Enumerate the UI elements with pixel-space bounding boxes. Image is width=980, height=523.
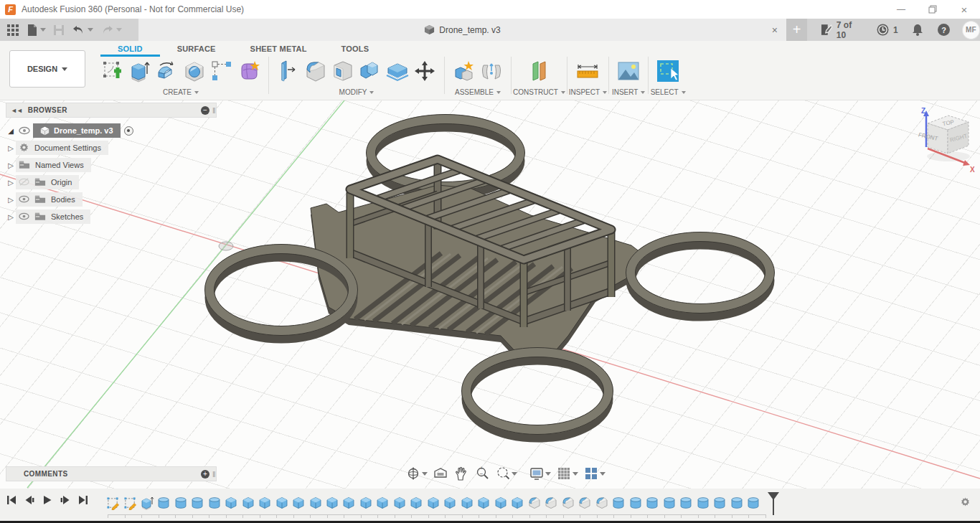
unsaved-documents-indicator[interactable]: 7 of 10: [820, 20, 863, 40]
zoom-window-button[interactable]: [494, 464, 519, 483]
comments-panel-header[interactable]: COMMENTS + ‖: [6, 466, 217, 481]
undo-button[interactable]: [70, 23, 95, 37]
timeline-feature-cylinder[interactable]: [695, 493, 710, 510]
timeline-feature-box[interactable]: [308, 493, 323, 510]
row-expander-icon[interactable]: ▷: [6, 179, 16, 187]
timeline-feature-cylinder[interactable]: [189, 493, 204, 510]
timeline-go-to-start-button[interactable]: [6, 494, 17, 506]
create-group-label[interactable]: CREATE: [163, 88, 199, 96]
assemble-group-label[interactable]: ASSEMBLE: [455, 88, 501, 96]
ribbon-tab-surface[interactable]: SURFACE: [160, 42, 233, 57]
comments-grip-handle[interactable]: ‖: [212, 470, 216, 479]
browser-row-named-views[interactable]: ▷ Named Views: [6, 156, 207, 174]
notifications-button[interactable]: [911, 23, 924, 37]
browser-grip-handle[interactable]: ‖: [212, 106, 216, 115]
fillet-button[interactable]: [303, 57, 328, 85]
timeline-feature-box[interactable]: [476, 493, 491, 510]
row-expander-icon[interactable]: ▷: [6, 196, 16, 204]
browser-row-bodies[interactable]: ▷ Bodies: [6, 191, 207, 208]
timeline-feature-cylinder[interactable]: [156, 493, 171, 510]
new-component-button[interactable]: [452, 57, 476, 85]
pan-button[interactable]: [452, 464, 471, 483]
timeline-feature-cylinder[interactable]: [645, 493, 660, 510]
collapse-panel-icon[interactable]: ◄◄: [11, 107, 22, 114]
browser-panel-header[interactable]: ◄◄ BROWSER − ‖: [6, 103, 217, 118]
timeline-feature-cylinder[interactable]: [611, 493, 626, 510]
measure-button[interactable]: [575, 57, 600, 85]
timeline-feature-fillet[interactable]: [560, 493, 575, 510]
timeline-feature-fillet[interactable]: [578, 493, 593, 510]
move-copy-button[interactable]: [413, 57, 437, 85]
ribbon-tab-sheet-metal[interactable]: SHEET METAL: [233, 42, 324, 57]
look-at-button[interactable]: [431, 464, 450, 483]
timeline-feature-box[interactable]: [358, 493, 373, 510]
3d-viewport[interactable]: TOP FRONT RIGHT Z X ◄◄ BROWSER − ‖ ◢ Dro…: [0, 100, 980, 489]
timeline-feature-cylinder[interactable]: [173, 493, 188, 510]
help-button[interactable]: ?: [937, 23, 951, 37]
redo-button[interactable]: [98, 23, 124, 37]
drone-frame-model[interactable]: [205, 115, 775, 438]
timeline-feature-box[interactable]: [324, 493, 339, 510]
row-expander-icon[interactable]: ▷: [6, 213, 16, 221]
timeline-feature-box[interactable]: [409, 493, 424, 510]
timeline-feature-box[interactable]: [274, 493, 289, 510]
split-body-button[interactable]: [385, 57, 410, 85]
view-cube[interactable]: TOP FRONT RIGHT Z X: [918, 107, 975, 174]
ribbon-tab-tools[interactable]: TOOLS: [324, 42, 387, 57]
modify-group-label[interactable]: MODIFY: [339, 88, 374, 96]
timeline-feature-box[interactable]: [392, 493, 407, 510]
timeline-feature-cylinder[interactable]: [712, 493, 727, 510]
combine-button[interactable]: [358, 57, 382, 85]
timeline-feature-fillet[interactable]: [594, 493, 609, 510]
file-menu-button[interactable]: [24, 22, 48, 38]
job-status-button[interactable]: 1: [876, 23, 898, 37]
timeline-play-button[interactable]: [42, 494, 53, 506]
visibility-eye-icon[interactable]: [19, 194, 29, 204]
row-expander-icon[interactable]: ▷: [6, 161, 16, 169]
root-expander-icon[interactable]: ◢: [6, 127, 16, 135]
tab-close-icon[interactable]: ×: [772, 24, 778, 36]
comments-expand-icon[interactable]: +: [201, 470, 209, 479]
timeline-position-marker[interactable]: [766, 491, 781, 516]
timeline-feature-cylinder[interactable]: [678, 493, 693, 510]
orbit-button[interactable]: [404, 464, 429, 483]
timeline-feature-cylinder[interactable]: [729, 493, 744, 510]
insert-canvas-button[interactable]: [616, 57, 641, 85]
browser-row-sketches[interactable]: ▷ Sketches: [6, 208, 207, 225]
timeline-feature-sketch[interactable]: [105, 493, 121, 510]
document-tab[interactable]: Drone_temp. v3 ×: [138, 19, 786, 41]
workspace-selector[interactable]: DESIGN: [9, 50, 85, 88]
construct-group-label[interactable]: CONSTRUCT: [513, 88, 565, 96]
browser-minimize-icon[interactable]: −: [201, 106, 209, 115]
timeline-feature-box[interactable]: [493, 493, 508, 510]
zoom-button[interactable]: +−: [473, 464, 491, 483]
timeline-step-back-button[interactable]: [24, 494, 35, 506]
create-form-button[interactable]: [237, 57, 261, 85]
grid-snap-button[interactable]: [555, 464, 580, 483]
timeline-feature-box[interactable]: [510, 493, 525, 510]
timeline-feature-cylinder[interactable]: [745, 493, 760, 510]
browser-row-origin[interactable]: ▷ Origin: [6, 174, 207, 191]
timeline-feature-box[interactable]: [291, 493, 306, 510]
timeline-feature-box[interactable]: [443, 493, 458, 510]
user-avatar[interactable]: MF: [962, 21, 980, 39]
timeline-feature-fillet[interactable]: [544, 493, 559, 510]
timeline-feature-box[interactable]: [223, 493, 238, 510]
press-pull-button[interactable]: [276, 57, 301, 85]
browser-root-row[interactable]: ◢ Drone_temp. v3: [6, 122, 207, 139]
select-button[interactable]: [656, 57, 680, 85]
root-activate-radio[interactable]: [124, 126, 133, 136]
timeline-feature-box[interactable]: [459, 493, 474, 510]
row-expander-icon[interactable]: ▷: [6, 144, 16, 152]
timeline-go-to-end-button[interactable]: [77, 494, 89, 506]
save-button[interactable]: [51, 23, 67, 37]
browser-row-document-settings[interactable]: ▷ Document Settings: [6, 139, 207, 156]
timeline-feature-sketch[interactable]: [122, 493, 137, 510]
extrude-button[interactable]: [128, 57, 152, 85]
new-tab-button[interactable]: +: [786, 19, 807, 41]
timeline-feature-cylinder[interactable]: [207, 493, 222, 510]
root-visibility-eye-icon[interactable]: [19, 126, 30, 136]
timeline-feature-cylinder[interactable]: [628, 493, 643, 510]
timeline-feature-fillet[interactable]: [527, 493, 542, 510]
create-sketch-button[interactable]: [100, 57, 125, 85]
